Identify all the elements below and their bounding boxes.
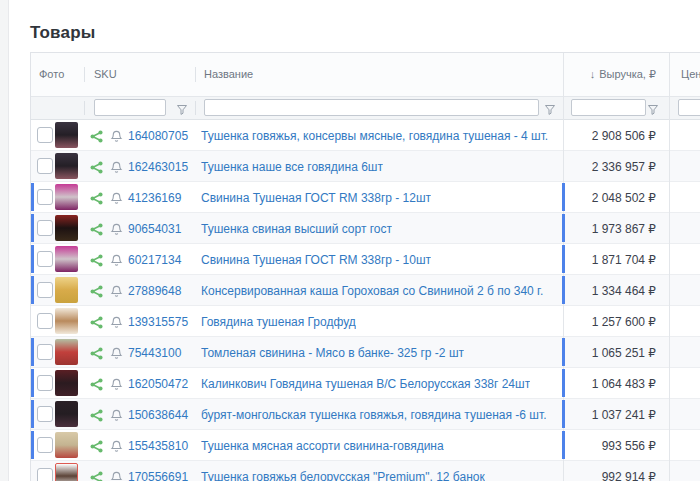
column-header-revenue[interactable]: ↓Выручка, ₽ — [491, 68, 656, 81]
row-checkbox[interactable] — [37, 313, 53, 329]
product-name-link[interactable]: Тушенка мясная ассорти свинина-говядина — [201, 439, 444, 453]
product-photo[interactable] — [55, 401, 78, 427]
row-checkbox[interactable] — [37, 158, 53, 174]
revenue-filter-input[interactable] — [571, 99, 646, 116]
table-row: 150638644 бурят-монгольская тушенка говя… — [31, 399, 700, 430]
table-row: 139315575 Говядина тушеная Гродфуд 1 257… — [31, 306, 700, 337]
sku-link[interactable]: 162463015 — [128, 160, 188, 174]
bell-icon[interactable] — [110, 222, 123, 235]
row-checkbox[interactable] — [37, 437, 53, 453]
table-row: 41236169 Свинина Тушеная ГОСТ RM 338гр -… — [31, 182, 700, 213]
product-name-link[interactable]: Свинина Тушеная ГОСТ RM 338гр - 12шт — [201, 191, 431, 205]
product-name-link[interactable]: Томленая свинина - Мясо в банке- 325 гр … — [201, 346, 464, 360]
share-icon[interactable] — [90, 439, 103, 452]
share-icon[interactable] — [90, 129, 103, 142]
bell-icon[interactable] — [110, 129, 123, 142]
share-icon[interactable] — [90, 470, 103, 481]
share-icon[interactable] — [90, 377, 103, 390]
sku-link[interactable]: 139315575 — [128, 315, 188, 329]
product-photo[interactable] — [55, 463, 78, 481]
column-header-sku[interactable]: SKU — [94, 68, 117, 80]
revenue-filter-funnel-icon[interactable] — [647, 102, 659, 114]
column-header-name[interactable]: Название — [204, 68, 253, 80]
bell-icon[interactable] — [110, 160, 123, 173]
row-flag-bar — [31, 245, 34, 273]
product-photo[interactable] — [55, 153, 78, 179]
row-flag-bar — [562, 431, 565, 459]
product-photo[interactable] — [55, 184, 78, 210]
product-photo[interactable] — [55, 246, 78, 272]
bell-icon[interactable] — [110, 191, 123, 204]
product-photo[interactable] — [55, 122, 78, 148]
header-separator — [195, 67, 196, 82]
name-filter-input[interactable] — [204, 99, 539, 116]
product-photo[interactable] — [55, 277, 78, 303]
share-icon[interactable] — [90, 346, 103, 359]
row-checkbox[interactable] — [37, 127, 53, 143]
product-name-link[interactable]: Свинина Тушеная ГОСТ RM 338гр - 10шт — [201, 253, 431, 267]
name-filter-funnel-icon[interactable] — [544, 102, 556, 114]
product-name-link[interactable]: Говядина тушеная Гродфуд — [201, 315, 356, 329]
product-name-link[interactable]: Тушенка говяжья белорусская "Premium", 1… — [201, 470, 485, 481]
row-checkbox[interactable] — [37, 251, 53, 267]
sort-desc-icon: ↓ — [590, 68, 596, 80]
share-icon[interactable] — [90, 408, 103, 421]
sku-filter-funnel-icon[interactable] — [176, 102, 188, 114]
row-checkbox[interactable] — [37, 220, 53, 236]
share-icon[interactable] — [90, 253, 103, 266]
product-photo[interactable] — [55, 432, 78, 458]
share-icon[interactable] — [90, 222, 103, 235]
row-flag-bar — [31, 214, 34, 242]
bell-icon[interactable] — [110, 408, 123, 421]
product-photo[interactable] — [55, 308, 78, 334]
row-checkbox[interactable] — [37, 406, 53, 422]
product-name-link[interactable]: Тушенка свиная высший сорт гост — [201, 222, 392, 236]
sku-link[interactable]: 170556691 — [128, 470, 188, 481]
product-photo[interactable] — [55, 370, 78, 396]
sku-link[interactable]: 155435810 — [128, 439, 188, 453]
bell-icon[interactable] — [110, 470, 123, 481]
row-checkbox[interactable] — [37, 375, 53, 391]
table-row: 27889648 Консервированная каша Гороховая… — [31, 275, 700, 306]
sku-link[interactable]: 60217134 — [128, 253, 181, 267]
sku-link[interactable]: 164080705 — [128, 129, 188, 143]
sku-link[interactable]: 162050472 — [128, 377, 188, 391]
row-flag-bar — [31, 431, 34, 459]
row-checkbox[interactable] — [37, 468, 53, 481]
sku-link[interactable]: 41236169 — [128, 191, 181, 205]
row-checkbox[interactable] — [37, 344, 53, 360]
price-filter-input[interactable] — [678, 99, 700, 116]
row-checkbox[interactable] — [37, 189, 53, 205]
row-flag-bar — [562, 276, 565, 304]
table-row: 60217134 Свинина Тушеная ГОСТ RM 338гр -… — [31, 244, 700, 275]
row-flag-bar — [562, 183, 565, 211]
column-header-photo: Фото — [39, 68, 64, 80]
sku-link[interactable]: 75443100 — [128, 346, 181, 360]
table-row: 162463015 Тушенка наше все говядина 6шт … — [31, 151, 700, 182]
column-header-price[interactable]: Цена — [681, 68, 700, 80]
page-left-gutter — [0, 0, 9, 481]
share-icon[interactable] — [90, 191, 103, 204]
sku-link[interactable]: 90654031 — [128, 222, 181, 236]
table-row: 75443100 Томленая свинина - Мясо в банке… — [31, 337, 700, 368]
table-row: 164080705 Тушенка говяжья, консервы мясн… — [31, 120, 700, 151]
bell-icon[interactable] — [110, 377, 123, 390]
product-name-link[interactable]: Тушенка наше все говядина 6шт — [201, 160, 383, 174]
bell-icon[interactable] — [110, 253, 123, 266]
bell-icon[interactable] — [110, 315, 123, 328]
row-flag-bar — [562, 214, 565, 242]
share-icon[interactable] — [90, 315, 103, 328]
share-icon[interactable] — [90, 284, 103, 297]
table-row: 155435810 Тушенка мясная ассорти свинина… — [31, 430, 700, 461]
bell-icon[interactable] — [110, 284, 123, 297]
product-photo[interactable] — [55, 215, 78, 241]
sku-filter-input[interactable] — [94, 99, 166, 116]
bell-icon[interactable] — [110, 346, 123, 359]
bell-icon[interactable] — [110, 439, 123, 452]
row-checkbox[interactable] — [37, 282, 53, 298]
product-photo[interactable] — [55, 339, 78, 365]
share-icon[interactable] — [90, 160, 103, 173]
sku-link[interactable]: 27889648 — [128, 284, 181, 298]
sku-link[interactable]: 150638644 — [128, 408, 188, 422]
table-filter-row — [31, 97, 700, 120]
